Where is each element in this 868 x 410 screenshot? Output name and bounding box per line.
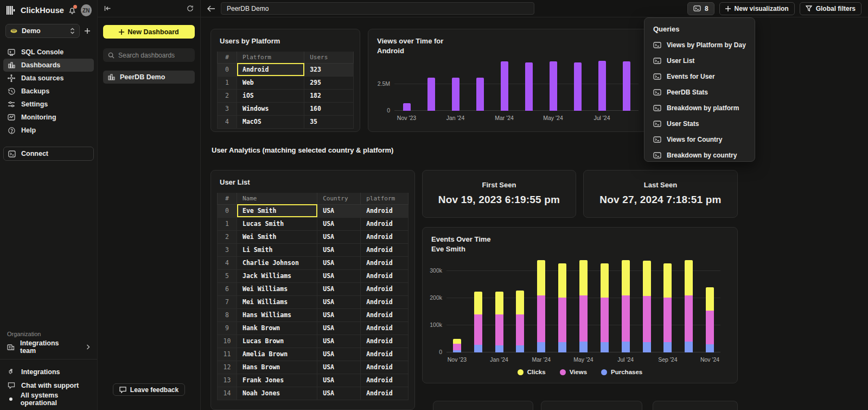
table-cell[interactable]: USA — [317, 387, 361, 400]
footer-item-all-systems-operational[interactable]: All systems operational — [0, 392, 97, 406]
bar[interactable] — [537, 260, 545, 352]
bar[interactable] — [476, 78, 484, 111]
footer-item-integrations[interactable]: Integrations — [0, 365, 97, 379]
table-cell[interactable]: Android — [361, 308, 409, 321]
table-cell[interactable]: Android — [361, 387, 409, 400]
connect-button[interactable]: Connect — [3, 147, 94, 161]
footer-item-chat-with-support[interactable]: Chat with support — [0, 379, 97, 392]
bar[interactable] — [623, 61, 630, 111]
global-filters-button[interactable]: Global filters — [800, 2, 861, 15]
sidebar-item-backups[interactable]: Backups — [3, 85, 94, 98]
avatar[interactable]: ZN — [81, 4, 92, 16]
table-cell[interactable]: Windows — [237, 102, 304, 115]
bar[interactable] — [706, 287, 714, 352]
table-cell[interactable]: Hans Williams — [237, 308, 317, 321]
table-cell[interactable]: Android — [361, 335, 409, 348]
query-menu-item[interactable]: Views by Platform by Day — [653, 41, 755, 49]
table-cell[interactable]: Android — [361, 243, 409, 256]
workspace-select[interactable]: Demo — [5, 24, 80, 38]
table-cell[interactable]: Frank Jones — [237, 374, 317, 387]
bar[interactable] — [663, 263, 672, 352]
table-cell[interactable]: 182 — [304, 89, 354, 102]
bar[interactable] — [601, 263, 609, 352]
sidebar-item-settings[interactable]: Settings — [3, 98, 94, 111]
table-cell[interactable]: 35 — [304, 115, 354, 128]
bar[interactable] — [574, 62, 582, 111]
dashboard-list-item[interactable]: PeerDB Demo — [103, 71, 195, 84]
bar[interactable] — [495, 292, 503, 353]
table-cell[interactable]: Li Smith — [237, 243, 317, 256]
bar[interactable] — [685, 260, 693, 352]
table-cell[interactable]: Android — [361, 321, 409, 335]
table-cell[interactable]: Wei Smith — [237, 230, 317, 243]
table-cell[interactable]: USA — [317, 282, 361, 295]
legend-entry-purchases[interactable]: Purchases — [601, 369, 642, 375]
table-cell[interactable]: USA — [317, 217, 361, 230]
table-cell[interactable]: Android — [361, 256, 409, 269]
table-cell[interactable]: Jack Williams — [237, 269, 317, 282]
table-cell[interactable]: MacOS — [237, 115, 304, 128]
query-menu-item[interactable]: Breakdown by platform — [653, 104, 755, 112]
organization-team-item[interactable]: Integrations team — [0, 340, 97, 354]
table-cell[interactable]: Hans Brown — [237, 361, 317, 374]
queries-count-button[interactable]: 8 — [687, 2, 714, 15]
sidebar-item-help[interactable]: Help — [3, 124, 94, 137]
query-menu-item[interactable]: PeerDB Stats — [653, 89, 755, 96]
table-cell[interactable]: Android — [361, 374, 409, 387]
notifications-bell-icon[interactable] — [67, 5, 78, 16]
table-cell[interactable]: USA — [317, 204, 361, 217]
query-menu-item[interactable]: User List — [653, 57, 755, 65]
bar[interactable] — [622, 260, 630, 352]
table-cell[interactable]: USA — [317, 230, 361, 243]
bar[interactable] — [427, 78, 435, 111]
query-menu-item[interactable]: Views for Country — [653, 136, 755, 143]
table-cell[interactable]: Android — [361, 269, 409, 282]
table-cell[interactable]: Eve Smith — [237, 204, 317, 217]
table-cell[interactable]: Web — [237, 76, 304, 89]
table-cell[interactable]: USA — [317, 295, 361, 308]
sidebar-item-monitoring[interactable]: Monitoring — [3, 111, 94, 124]
query-menu-item[interactable]: User Stats — [653, 120, 755, 128]
table-cell[interactable]: USA — [317, 256, 361, 269]
table-cell[interactable]: Android — [361, 204, 409, 217]
table-cell[interactable]: USA — [317, 335, 361, 348]
bar[interactable] — [516, 291, 524, 352]
table-cell[interactable]: USA — [317, 361, 361, 374]
bar[interactable] — [550, 61, 557, 111]
table-cell[interactable]: Mei Williams — [237, 295, 317, 308]
table-cell[interactable]: USA — [317, 269, 361, 282]
table-cell[interactable]: Android — [361, 282, 409, 295]
table-cell[interactable]: Wei Williams — [237, 282, 317, 295]
sidebar-item-sql-console[interactable]: SQL Console — [3, 46, 94, 59]
table-cell[interactable]: Lucas Smith — [237, 217, 317, 230]
table-cell[interactable]: Android — [361, 230, 409, 243]
bar[interactable] — [403, 103, 411, 111]
new-visualization-button[interactable]: New visualization — [719, 2, 795, 15]
query-menu-item[interactable]: Breakdown by country — [653, 152, 755, 159]
bar[interactable] — [501, 61, 508, 111]
table-cell[interactable]: Android — [361, 295, 409, 308]
table-cell[interactable]: Hank Brown — [237, 321, 317, 335]
collapse-panel-icon[interactable] — [104, 5, 111, 11]
refresh-icon[interactable] — [187, 5, 194, 12]
table-cell[interactable]: Amelia Brown — [237, 348, 317, 361]
legend-entry-views[interactable]: Views — [560, 369, 587, 375]
leave-feedback-button[interactable]: Leave feedback — [113, 383, 185, 396]
sidebar-item-dashboards[interactable]: Dashboards — [3, 59, 94, 72]
legend-entry-clicks[interactable]: Clicks — [518, 369, 546, 375]
table-cell[interactable]: USA — [317, 243, 361, 256]
table-cell[interactable]: USA — [317, 321, 361, 335]
back-arrow-icon[interactable] — [207, 5, 215, 12]
bar[interactable] — [579, 260, 588, 352]
table-cell[interactable]: Android — [237, 63, 304, 76]
table-cell[interactable]: Android — [361, 348, 409, 361]
table-cell[interactable]: Noah Jones — [237, 387, 317, 400]
table-cell[interactable]: iOS — [237, 89, 304, 102]
table-cell[interactable]: Android — [361, 361, 409, 374]
bar[interactable] — [598, 61, 606, 111]
bar[interactable] — [452, 78, 459, 111]
bar[interactable] — [643, 261, 651, 352]
table-cell[interactable]: Lucas Brown — [237, 335, 317, 348]
bar[interactable] — [474, 292, 482, 353]
query-menu-item[interactable]: Events for User — [653, 73, 755, 80]
